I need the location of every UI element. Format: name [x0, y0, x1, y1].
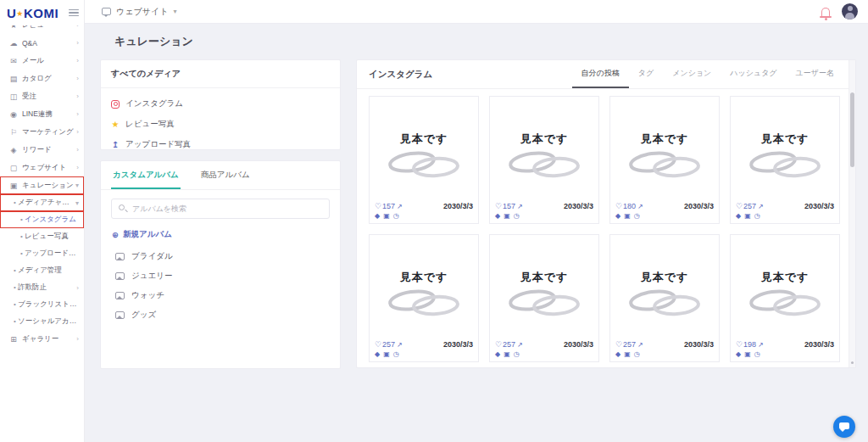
- sidebar-item-qa[interactable]: ☁ Q&A ›: [0, 34, 84, 52]
- image-icon[interactable]: ▣: [504, 212, 510, 220]
- sidebar-item-gallery[interactable]: ⊞ ギャラリー ›: [0, 330, 84, 348]
- likes-count[interactable]: ♡198↗: [736, 340, 764, 349]
- scrollbar[interactable]: [849, 60, 855, 367]
- media-card[interactable]: 見本です ♡257↗ 2030/3/3 ◆ ▣ ◷: [730, 96, 840, 224]
- album-search-input[interactable]: [111, 199, 330, 219]
- album-item-goods[interactable]: グッズ: [101, 305, 340, 325]
- ukomi-logo[interactable]: U★KOMI: [7, 6, 58, 20]
- media-source-review-photos[interactable]: ★ レビュー写真: [111, 119, 330, 130]
- image-icon[interactable]: ▣: [504, 350, 510, 358]
- tab-mentions[interactable]: メンション: [663, 60, 721, 88]
- album-item-watch[interactable]: ウォッチ: [101, 286, 340, 305]
- tag-icon[interactable]: ◆: [736, 350, 741, 358]
- sidebar-item-orders[interactable]: ◫ 受注 ›: [0, 87, 84, 105]
- sidebar-item-fraud-prevention[interactable]: 詐欺防止 ›: [0, 279, 84, 296]
- sidebar-item-media-channel[interactable]: メディアチャネル ▾: [0, 194, 84, 211]
- sidebar-item-social-accounts[interactable]: ソーシャルアカウント: [0, 313, 84, 330]
- rings-image: [500, 285, 588, 319]
- sidebar-item-curation[interactable]: ▣ キュレーション ▾: [0, 176, 84, 194]
- tag-icon[interactable]: ◆: [375, 350, 380, 358]
- media-card[interactable]: 見本です ♡198↗ 2030/3/3 ◆ ▣ ◷: [730, 234, 840, 362]
- media-card[interactable]: 見本です ♡157↗ 2030/3/3 ◆ ▣ ◷: [369, 96, 479, 224]
- tag-icon[interactable]: ◆: [736, 212, 741, 220]
- sidebar-item-review[interactable]: ★ レビュー ›: [0, 25, 84, 34]
- clock-icon[interactable]: ◷: [754, 212, 760, 220]
- rings-image: [500, 147, 588, 181]
- likes-count[interactable]: ♡257↗: [495, 340, 523, 349]
- media-card[interactable]: 見本です ♡157↗ 2030/3/3 ◆ ▣ ◷: [489, 96, 599, 224]
- tab-hashtags[interactable]: ハッシュタグ: [721, 60, 786, 88]
- image-icon[interactable]: ▣: [383, 350, 390, 358]
- clock-icon[interactable]: ◷: [754, 350, 760, 358]
- sidebar-toggle-icon[interactable]: [69, 8, 79, 19]
- likes-count[interactable]: ♡157↗: [375, 202, 403, 210]
- clock-icon[interactable]: ◷: [634, 212, 640, 220]
- tag-icon[interactable]: ◆: [615, 212, 620, 220]
- sidebar-item-instagram[interactable]: インスタグラム: [0, 211, 84, 228]
- media-source-instagram[interactable]: インスタグラム: [111, 98, 330, 109]
- clock-icon[interactable]: ◷: [634, 350, 640, 358]
- rings-image: [741, 285, 829, 319]
- tag-icon[interactable]: ◆: [495, 212, 500, 220]
- tab-tags[interactable]: タグ: [629, 60, 663, 88]
- album-item-bridal[interactable]: ブライダル: [101, 247, 340, 266]
- likes-count[interactable]: ♡257↗: [615, 340, 643, 349]
- clock-icon[interactable]: ◷: [393, 350, 399, 358]
- image-icon[interactable]: ▣: [624, 212, 631, 220]
- sidebar-item-website[interactable]: ▢ ウェブサイト ›: [0, 159, 84, 176]
- likes-count[interactable]: ♡157↗: [495, 202, 523, 210]
- new-album-button[interactable]: ⊕ 新規アルバム: [112, 229, 330, 240]
- likes-count[interactable]: ♡257↗: [736, 202, 764, 210]
- sidebar-item-mail[interactable]: ✉ メール ›: [0, 52, 84, 70]
- tab-my-posts[interactable]: 自分の投稿: [572, 60, 629, 88]
- tab-username[interactable]: ユーザー名: [787, 60, 843, 88]
- image-icon[interactable]: ▣: [744, 212, 751, 220]
- image-icon[interactable]: ▣: [744, 350, 751, 358]
- sidebar-menu: ★ レビュー › ☁ Q&A › ✉ メール › ▤ カタログ › ◫ 受注: [0, 25, 84, 442]
- media-card[interactable]: 見本です ♡257↗ 2030/3/3 ◆ ▣ ◷: [369, 234, 479, 362]
- notifications-bell-icon[interactable]: [821, 8, 830, 16]
- clock-icon[interactable]: ◷: [514, 350, 520, 358]
- scrollbar-down-icon[interactable]: [851, 361, 854, 364]
- user-avatar[interactable]: [842, 3, 858, 20]
- tag-icon[interactable]: ◆: [495, 350, 500, 358]
- likes-count[interactable]: ♡257↗: [375, 340, 403, 349]
- sidebar-item-upload-photos[interactable]: アップロード写真: [0, 245, 84, 262]
- scrollbar-thumb[interactable]: [850, 92, 854, 167]
- sidebar-item-review-photos[interactable]: レビュー写真: [0, 228, 84, 245]
- sidebar-item-media-management[interactable]: メディア管理: [0, 262, 84, 279]
- search-icon: [119, 204, 125, 210]
- sidebar-item-catalog[interactable]: ▤ カタログ ›: [0, 70, 84, 87]
- sidebar-item-line[interactable]: ◉ LINE連携 ›: [0, 105, 84, 123]
- tab-product-album[interactable]: 商品アルバム: [199, 161, 252, 189]
- media-card[interactable]: 見本です ♡257↗ 2030/3/3 ◆ ▣ ◷: [609, 234, 720, 362]
- sidebar-item-blacklist-media[interactable]: ブラックリストメディア: [0, 296, 84, 313]
- likes-count[interactable]: ♡180↗: [615, 202, 643, 210]
- media-card[interactable]: 見本です ♡180↗ 2030/3/3 ◆ ▣ ◷: [609, 96, 720, 224]
- media-source-upload-photos[interactable]: ↥ アップロード写真: [111, 139, 330, 150]
- tab-custom-album[interactable]: カスタムアルバム: [111, 161, 181, 189]
- image-icon[interactable]: ▣: [624, 350, 631, 358]
- instagram-panel-title: インスタグラム: [369, 69, 432, 81]
- chat-bubble-icon: [839, 422, 849, 429]
- chevron-right-icon: ›: [76, 164, 79, 171]
- topbar: ウェブサイト ▾: [85, 0, 868, 24]
- tag-icon[interactable]: ◆: [615, 350, 620, 358]
- clock-icon[interactable]: ◷: [514, 212, 520, 220]
- qa-icon: ☁: [8, 39, 19, 48]
- clock-icon[interactable]: ◷: [393, 212, 399, 220]
- heart-icon: ♡: [375, 202, 381, 210]
- external-link-icon: ↗: [637, 341, 643, 349]
- external-link-icon: ↗: [397, 341, 403, 349]
- album-item-jewelry[interactable]: ジュエリー: [101, 266, 340, 286]
- sidebar-item-reward[interactable]: ◈ リワード ›: [0, 141, 84, 159]
- page-title: キュレーション: [114, 34, 860, 49]
- tag-icon[interactable]: ◆: [375, 212, 380, 220]
- chat-widget-button[interactable]: [833, 416, 855, 438]
- review-icon: ★: [8, 25, 19, 30]
- workspace-dropdown[interactable]: ウェブサイト ▾: [102, 6, 176, 18]
- album-panel: カスタムアルバム 商品アルバム ⊕ 新規アルバム ブライダル: [100, 160, 341, 369]
- sidebar-item-marketing[interactable]: ⚐ マーケティング ›: [0, 123, 84, 141]
- image-icon[interactable]: ▣: [383, 212, 390, 220]
- media-card[interactable]: 見本です ♡257↗ 2030/3/3 ◆ ▣ ◷: [489, 234, 599, 362]
